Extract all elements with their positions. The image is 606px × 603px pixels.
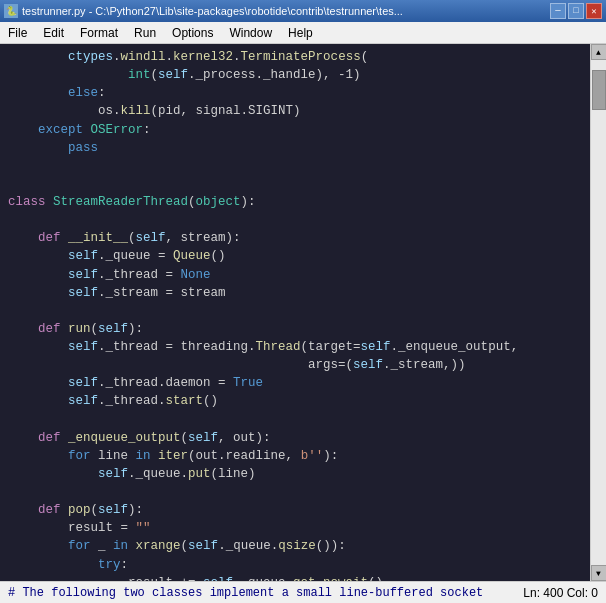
close-button[interactable]: ✕ — [586, 3, 602, 19]
title-bar: 🐍 testrunner.py - C:\Python27\Lib\site-p… — [0, 0, 606, 22]
scroll-down-button[interactable]: ▼ — [591, 565, 607, 581]
maximize-button[interactable]: □ — [568, 3, 584, 19]
status-comment: # The following two classes implement a … — [8, 586, 483, 600]
menu-bar: File Edit Format Run Options Window Help — [0, 22, 606, 44]
status-bar: # The following two classes implement a … — [0, 581, 606, 603]
minimize-button[interactable]: ─ — [550, 3, 566, 19]
window-title: testrunner.py - C:\Python27\Lib\site-pac… — [22, 5, 403, 17]
scroll-up-button[interactable]: ▲ — [591, 44, 607, 60]
title-bar-left: 🐍 testrunner.py - C:\Python27\Lib\site-p… — [4, 4, 403, 18]
code-content: ctypes.windll.kernel32.TerminateProcess(… — [0, 48, 590, 581]
cursor-position: Ln: 400 Col: 0 — [523, 586, 598, 600]
menu-file[interactable]: File — [0, 22, 35, 43]
menu-run[interactable]: Run — [126, 22, 164, 43]
menu-edit[interactable]: Edit — [35, 22, 72, 43]
scrollbar-track[interactable] — [591, 60, 606, 565]
menu-help[interactable]: Help — [280, 22, 321, 43]
menu-window[interactable]: Window — [221, 22, 280, 43]
app-icon: 🐍 — [4, 4, 18, 18]
code-editor[interactable]: ctypes.windll.kernel32.TerminateProcess(… — [0, 44, 590, 581]
menu-format[interactable]: Format — [72, 22, 126, 43]
vertical-scrollbar[interactable]: ▲ ▼ — [590, 44, 606, 581]
editor-container: ctypes.windll.kernel32.TerminateProcess(… — [0, 44, 606, 581]
window-controls[interactable]: ─ □ ✕ — [550, 3, 602, 19]
menu-options[interactable]: Options — [164, 22, 221, 43]
scrollbar-thumb[interactable] — [592, 70, 606, 110]
